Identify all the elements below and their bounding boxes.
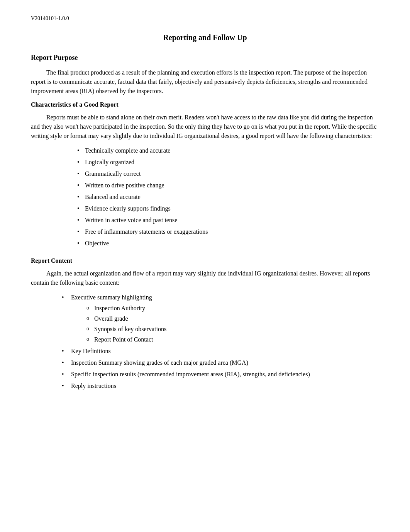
list-item: Inspection Summary showing grades of eac…: [62, 358, 379, 367]
characteristics-heading: Characteristics of a Good Report: [31, 101, 379, 108]
list-item: Executive summary highlightingInspection…: [62, 293, 379, 344]
list-item: Key Definitions: [62, 347, 379, 356]
list-item: Written in active voice and past tense: [77, 216, 379, 225]
main-title: Reporting and Follow Up: [31, 33, 379, 42]
version-label: V20140101-1.0.0: [31, 15, 379, 22]
list-item: Specific inspection results (recommended…: [62, 370, 379, 379]
list-item: Evidence clearly supports findings: [77, 204, 379, 213]
report-content-list: Executive summary highlightingInspection…: [62, 293, 379, 391]
report-purpose-heading: Report Purpose: [31, 54, 379, 62]
report-content-paragraph: Again, the actual organization and flow …: [31, 269, 379, 287]
report-purpose-paragraph: The final product produced as a result o…: [31, 68, 379, 96]
sub-list-item: Overall grade: [86, 314, 379, 323]
list-item: Free of inflammatory statements or exagg…: [77, 227, 379, 236]
characteristics-paragraph: Reports must be able to stand alone on t…: [31, 113, 379, 141]
sub-list-item: Report Point of Contact: [86, 335, 379, 344]
list-item: Written to drive positive change: [77, 181, 379, 190]
characteristics-list: Technically complete and accurateLogical…: [77, 146, 379, 248]
list-item: Reply instructions: [62, 381, 379, 391]
report-content-heading: Report Content: [31, 257, 379, 264]
list-item: Technically complete and accurate: [77, 146, 379, 155]
sub-list-item: Inspection Authority: [86, 304, 379, 313]
sub-list-item: Synopsis of key observations: [86, 325, 379, 334]
list-item: Grammatically correct: [77, 169, 379, 178]
list-item: Logically organized: [77, 158, 379, 167]
list-item: Balanced and accurate: [77, 192, 379, 202]
list-item: Objective: [77, 239, 379, 248]
